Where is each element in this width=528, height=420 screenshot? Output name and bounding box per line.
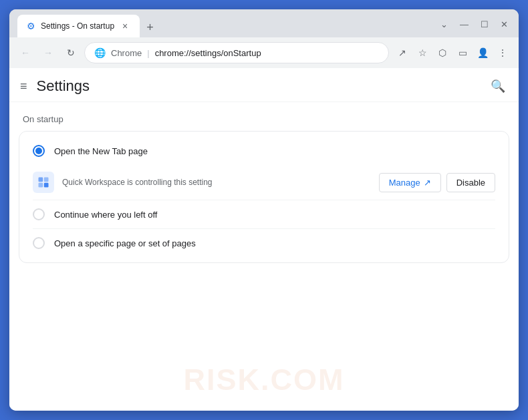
manage-external-icon: ↗ [424, 178, 431, 188]
tab-favicon-icon: ⚙ [27, 21, 35, 31]
radio-specific[interactable] [33, 237, 45, 249]
bookmark-button[interactable]: ☆ [413, 43, 432, 62]
title-bar: ⚙ Settings - On startup × + ⌄ — ☐ ✕ [9, 9, 519, 37]
svg-rect-1 [44, 178, 49, 182]
settings-search-button[interactable]: 🔍 [491, 79, 505, 93]
extension-svg-icon [37, 176, 50, 189]
option-new-tab[interactable]: Open the New Tab page [19, 137, 509, 165]
forward-button[interactable]: → [39, 43, 57, 62]
settings-title-group: ≡ Settings [20, 77, 90, 95]
settings-page: ≡ Settings 🔍 On startup Open the New Tab… [9, 68, 519, 411]
forward-icon: → [43, 47, 53, 58]
window-extra-icon[interactable]: ⌄ [438, 18, 450, 31]
minimize-button[interactable]: — [457, 18, 471, 31]
extension-control-text: Quick Workspace is controlling this sett… [62, 178, 371, 187]
section-label: On startup [9, 102, 519, 131]
new-tab-button[interactable]: + [140, 18, 160, 37]
back-icon: ← [21, 47, 30, 58]
option-continue-label: Continue where you left off [54, 210, 157, 220]
profile-button[interactable]: 👤 [473, 43, 492, 62]
disable-label: Disable [456, 178, 485, 188]
puzzle-icon: ⬡ [438, 47, 446, 58]
chrome-label: Chrome [111, 48, 142, 58]
extension-buttons: Manage ↗ Disable [379, 173, 495, 192]
option-specific-label: Open a specific page or set of pages [54, 238, 196, 248]
reload-button[interactable]: ↻ [61, 43, 80, 62]
tab-title-text: Settings - On startup [41, 21, 114, 31]
manage-button[interactable]: Manage ↗ [379, 173, 441, 192]
share-icon: ↗ [398, 47, 406, 58]
browser-window: ⚙ Settings - On startup × + ⌄ — ☐ ✕ ← → … [9, 9, 519, 411]
tab-close-button[interactable]: × [120, 20, 130, 32]
url-separator: | [147, 48, 149, 58]
bookmark-icon: ☆ [418, 47, 427, 58]
svg-rect-2 [39, 183, 43, 188]
active-tab[interactable]: ⚙ Settings - On startup × [17, 15, 140, 37]
window-controls: ⌄ — ☐ ✕ [438, 18, 511, 35]
profile-icon: 👤 [477, 47, 489, 58]
svg-rect-0 [39, 178, 43, 182]
menu-button[interactable]: ⋮ [493, 43, 512, 62]
tab-strip: ⚙ Settings - On startup × + [17, 15, 438, 37]
option-continue[interactable]: Continue where you left off [19, 200, 509, 228]
address-bar[interactable]: 🌐 Chrome | chrome://settings/onStartup [84, 42, 389, 63]
share-button[interactable]: ↗ [393, 43, 412, 62]
disable-button[interactable]: Disable [446, 173, 495, 192]
reload-icon: ↻ [67, 47, 75, 58]
radio-continue[interactable] [33, 208, 45, 220]
settings-card: Open the New Tab page Quick Workspace is… [19, 131, 509, 263]
option-new-tab-label: Open the New Tab page [54, 146, 148, 156]
menu-icon: ⋮ [498, 47, 507, 58]
toolbar-icons: ↗ ☆ ⬡ ▭ 👤 ⋮ [393, 43, 512, 62]
settings-header: ≡ Settings 🔍 [9, 68, 519, 102]
content-area: PC RISK.COM ≡ Settings 🔍 On startup Open [9, 68, 519, 411]
manage-label: Manage [389, 178, 420, 188]
close-button[interactable]: ✕ [498, 18, 511, 31]
nav-bar: ← → ↻ 🌐 Chrome | chrome://settings/onSta… [9, 37, 519, 68]
url-text: chrome://settings/onStartup [155, 48, 261, 58]
settings-page-title: Settings [37, 77, 90, 95]
maximize-button[interactable]: ☐ [478, 18, 491, 31]
svg-rect-3 [44, 183, 49, 188]
extension-control-row: Quick Workspace is controlling this sett… [19, 165, 509, 200]
extension-button[interactable]: ⬡ [433, 43, 452, 62]
back-button[interactable]: ← [16, 43, 35, 62]
option-specific[interactable]: Open a specific page or set of pages [19, 229, 509, 257]
sidebar-icon: ▭ [458, 47, 467, 58]
hamburger-menu-button[interactable]: ≡ [20, 79, 27, 93]
sidebar-button[interactable]: ▭ [453, 43, 472, 62]
security-icon: 🌐 [94, 47, 106, 58]
extension-icon [33, 172, 54, 193]
radio-new-tab[interactable] [33, 145, 45, 157]
